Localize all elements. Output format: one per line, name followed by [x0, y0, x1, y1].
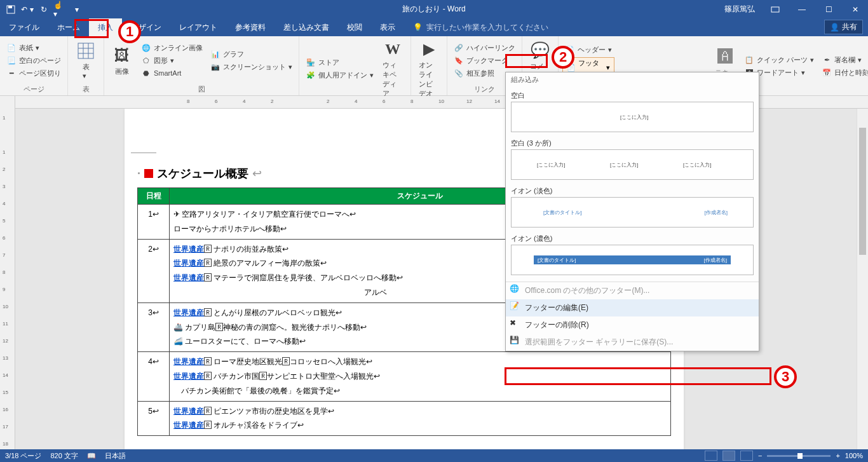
redo-button[interactable]: ↻ — [37, 3, 51, 17]
maximize-button[interactable]: ☐ — [816, 0, 841, 18]
blank-page-button[interactable]: 📃空白のページ — [4, 55, 64, 66]
undo-button[interactable]: ↶ ▾ — [20, 3, 34, 17]
status-spell-icon[interactable]: 📖 — [87, 452, 96, 460]
tab-references[interactable]: 参考資料 — [226, 18, 275, 36]
gallery-item-ion-light-title: イオン (淡色) — [511, 184, 754, 197]
close-button[interactable]: ✕ — [843, 0, 868, 18]
save-button[interactable] — [4, 3, 18, 17]
gallery-item-ion-light[interactable]: [文書のタイトル] [作成者名] — [511, 197, 754, 228]
quick-parts-button[interactable]: 📋クイック パーツ ▾ — [742, 55, 817, 66]
zoom-in[interactable]: + — [836, 452, 839, 459]
page-break-button[interactable]: ━ページ区切り — [4, 67, 64, 79]
vertical-scrollbar[interactable] — [857, 109, 868, 449]
svg-rect-1 — [8, 6, 12, 8]
table-icon — [76, 41, 96, 61]
group-label-pages: ページ — [4, 83, 64, 95]
status-language[interactable]: 日本語 — [105, 451, 126, 461]
pictures-icon: 🖼 — [112, 45, 132, 65]
vertical-ruler: 112345678910111213141516171819 — [0, 96, 15, 449]
status-page[interactable]: 3/18 ページ — [5, 451, 41, 461]
quick-access-toolbar: ↶ ▾ ↻ ☝ ▾ ▾ — [0, 3, 88, 17]
tell-me[interactable]: 💡 実行したい作業を入力してください — [404, 18, 557, 36]
zoom-thumb[interactable] — [797, 453, 803, 459]
tab-view[interactable]: 表示 — [371, 18, 404, 36]
user-name[interactable]: 篠原篤弘 — [718, 4, 761, 15]
gallery-item-ion-dark-title: イオン (濃色) — [511, 231, 754, 245]
my-addins-button[interactable]: 🧩個人用アドイン ▾ — [303, 69, 376, 81]
tab-file[interactable]: ファイル — [0, 18, 48, 36]
wikipedia-button[interactable]: Wウィキペディア — [379, 37, 407, 100]
scroll-thumb[interactable] — [859, 128, 866, 255]
footer-gallery-dropdown: 組み込み 空白 [ここに入力] 空白 (3 か所) [ここに入力] [ここに入力… — [505, 72, 759, 351]
zoom-out[interactable]: − — [758, 452, 762, 459]
touch-mode-button[interactable]: ☝ ▾ — [53, 3, 67, 17]
online-pictures-button[interactable]: 🌐オンライン画像 — [139, 42, 205, 53]
status-bar: 3/18 ページ 820 文字 📖 日本語 − + 100% — [0, 449, 868, 462]
pictures-button[interactable]: 🖼画像 — [108, 37, 136, 83]
svg-rect-3 — [78, 43, 93, 58]
video-icon: ▶ — [419, 39, 439, 59]
table-button[interactable]: 表▾ — [72, 37, 100, 83]
gallery-item-ion-dark[interactable]: [文書のタイトル][作成者名] — [511, 245, 754, 275]
ribbon-options-button[interactable] — [763, 0, 788, 18]
signature-button[interactable]: ✒署名欄 ▾ — [819, 55, 868, 66]
gallery-item-blank3[interactable]: [ここに入力] [ここに入力] [ここに入力] — [511, 149, 754, 180]
gallery-item-blank[interactable]: [ここに入力] — [511, 102, 754, 132]
annotation-1: 1 — [118, 20, 141, 43]
store-button[interactable]: 🏪ストア — [303, 57, 376, 68]
tab-mailings[interactable]: 差し込み文書 — [275, 18, 338, 36]
share-button[interactable]: 👤 共有 — [824, 20, 863, 34]
titlebar: ↶ ▾ ↻ ☝ ▾ ▾ 旅のしおり - Word 篠原篤弘 — ☐ ✕ — [0, 0, 868, 18]
tab-insert[interactable]: 挿入 — [89, 18, 122, 36]
gallery-builtins-header: 組み込み — [506, 72, 759, 87]
gallery-item-blank3-title: 空白 (3 か所) — [511, 136, 754, 149]
red-square-icon — [144, 169, 153, 178]
group-tables: 表▾ 表 — [68, 36, 104, 95]
tab-review[interactable]: 校閲 — [338, 18, 371, 36]
group-pages: 📄表紙 ▾ 📃空白のページ ━ページ区切り ページ — [0, 36, 68, 95]
hyperlink-button[interactable]: 🔗ハイパーリンク — [451, 42, 518, 53]
cover-page-button[interactable]: 📄表紙 ▾ — [4, 42, 64, 53]
group-media: ▶オンラインビデオ メディア — [411, 36, 447, 95]
zoom-slider[interactable] — [767, 455, 831, 457]
qat-customize[interactable]: ▾ — [70, 3, 84, 17]
zoom-level[interactable]: 100% — [845, 452, 863, 459]
wikipedia-icon: W — [383, 39, 403, 59]
shapes-button[interactable]: ⬠図形 ▾ — [139, 55, 205, 66]
tab-home[interactable]: ホーム — [48, 18, 89, 36]
group-label-tables: 表 — [72, 83, 100, 95]
gallery-edit-footer[interactable]: 📝フッターの編集(E) — [506, 299, 759, 316]
group-label-illus: 図 — [108, 83, 295, 95]
gallery-save-selection[interactable]: 💾選択範囲をフッター ギャラリーに保存(S)... — [506, 334, 759, 351]
th-day: 日程 — [138, 188, 170, 205]
gallery-more-office[interactable]: 🌐Office.com のその他のフッター(M)... — [506, 282, 759, 299]
gallery-item-blank-title: 空白 — [511, 88, 754, 102]
bookmark-button[interactable]: 🔖ブックマーク — [451, 55, 518, 66]
view-web-layout[interactable] — [740, 451, 753, 461]
status-words[interactable]: 820 文字 — [50, 451, 78, 461]
annotation-3: 3 — [774, 365, 797, 388]
view-print-layout[interactable] — [722, 451, 735, 461]
minimize-button[interactable]: — — [789, 0, 815, 18]
view-read-mode[interactable] — [705, 451, 717, 461]
chart-button[interactable]: 📊グラフ — [208, 48, 295, 60]
tab-layout[interactable]: レイアウト — [170, 18, 226, 36]
comment-icon: 💬 — [530, 40, 550, 60]
gallery-remove-footer[interactable]: ✖フッターの削除(R) — [506, 316, 759, 334]
online-video-button[interactable]: ▶オンラインビデオ — [415, 37, 443, 100]
annotation-2: 2 — [552, 46, 574, 69]
screenshot-button[interactable]: 📷スクリーンショット ▾ — [208, 61, 295, 72]
group-addins: 🏪ストア 🧩個人用アドイン ▾ Wウィキペディア アドイン — [299, 36, 411, 95]
document-title: 旅のしおり - Word — [402, 4, 465, 15]
smartart-button[interactable]: ⬣SmartArt — [139, 67, 205, 79]
datetime-button[interactable]: 📅日付と時刻 — [819, 67, 868, 79]
gallery-commands: 🌐Office.com のその他のフッター(M)... 📝フッターの編集(E) … — [506, 282, 759, 351]
group-illustrations: 🖼画像 🌐オンライン画像 ⬠図形 ▾ ⬣SmartArt 📊グラフ 📷スクリーン… — [104, 36, 299, 95]
svg-rect-2 — [771, 7, 779, 12]
